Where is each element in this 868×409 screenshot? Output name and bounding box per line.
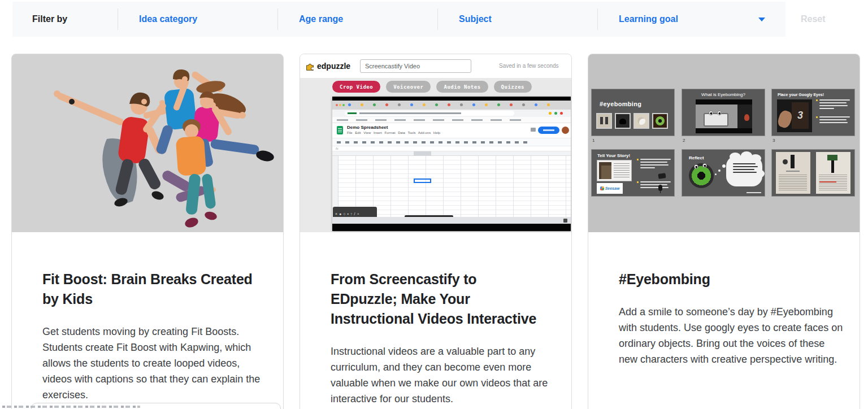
framed-screenshot	[597, 160, 632, 181]
mac-menubar	[332, 97, 571, 101]
browser-screenshot: Demo Spreadsheet File Edit View Insert F…	[332, 97, 571, 231]
url-text	[359, 112, 461, 114]
traffic-light-red	[336, 104, 338, 106]
googly-eye	[717, 111, 722, 115]
slide-thumbnail-1: #eyebombing	[591, 89, 675, 136]
googly-eye	[702, 163, 707, 168]
filter-label: Age range	[299, 14, 343, 24]
thought-bubble	[726, 156, 762, 186]
filter-label: Learning goal	[619, 14, 678, 24]
traffic-light-green	[342, 104, 345, 106]
sheets-icon	[337, 126, 343, 134]
traffic-light-yellow	[339, 104, 341, 106]
edpuzzle-header: edpuzzle Screencastify Video Saved in a …	[300, 54, 571, 78]
slide-thumbnail-4: Tell Your Story! Seesaw	[591, 149, 675, 197]
slide-number: 3	[772, 138, 775, 143]
bookmarks-bar	[332, 117, 571, 123]
selected-cell	[414, 179, 431, 183]
slide-photo: 3	[777, 99, 812, 132]
formula-bar: fx	[332, 146, 571, 151]
gear-icon	[563, 219, 567, 223]
sheets-toolbar	[332, 138, 571, 146]
tab-favicons	[348, 103, 550, 106]
card-image-slides-grid: #eyebombing What is Eyebombing? Place yo…	[588, 54, 860, 232]
secure-badge	[348, 112, 357, 114]
video-frame	[696, 99, 752, 133]
edpuzzle-logo-text: edpuzzle	[317, 62, 350, 71]
camera-icon	[531, 128, 536, 132]
slide-thumbnail-6	[771, 149, 855, 197]
tab-voiceover: Voiceover	[386, 81, 431, 93]
microphone-icon	[658, 185, 662, 191]
kids-jumping-illustration	[12, 54, 283, 232]
card-description: Instructional videos are a valuable part…	[331, 343, 556, 407]
doodle-icon	[658, 173, 666, 179]
card-text: Fit Boost: Brain Breaks Created by Kids …	[12, 232, 283, 403]
tab-audio-notes: Audio Notes	[436, 81, 488, 93]
url-field	[345, 111, 514, 116]
document-page	[816, 152, 850, 194]
slide-photo-thumbs	[596, 113, 668, 129]
card-image-edpuzzle-screenshot: edpuzzle Screencastify Video Saved in a …	[300, 54, 571, 232]
slide-thumbnail-5: Reflect	[682, 149, 765, 197]
idea-card-fit-boost[interactable]: Fit Boost: Brain Breaks Created by Kids …	[11, 54, 284, 409]
slide-number: 2	[683, 138, 685, 143]
column-headers	[332, 151, 571, 156]
card-title: Fit Boost: Brain Breaks Created by Kids	[42, 269, 268, 309]
browser-url-bar	[332, 110, 571, 117]
tab-crop-video: Crop Video	[332, 81, 380, 93]
googly-eyed-object	[704, 113, 728, 127]
chevron-down-icon	[758, 18, 765, 21]
card-image-kids-jumping	[12, 54, 283, 232]
filter-by-label: Filter by	[12, 14, 118, 24]
filter-label: Subject	[459, 14, 492, 24]
sheets-menus: File Edit View Insert Format Data Tools …	[347, 131, 440, 134]
phone-with-number: 3	[792, 102, 809, 129]
edpuzzle-logo-icon	[305, 62, 315, 71]
sheet-title: Demo Spreadsheet	[347, 125, 388, 130]
googly-eye	[709, 111, 713, 115]
idea-card-screencastify-edpuzzle[interactable]: edpuzzle Screencastify Video Saved in a …	[300, 54, 572, 409]
bottom-black-bar	[332, 224, 571, 231]
avatar	[562, 127, 569, 134]
googly-eyed-donut	[689, 163, 714, 188]
video-title-field: Screencastify Video	[360, 59, 471, 73]
sheets-header: Demo Spreadsheet File Edit View Insert F…	[332, 123, 571, 138]
slide-number: 1	[592, 138, 594, 143]
sheets-footer	[332, 217, 571, 224]
card-title: #Eyebombing	[619, 269, 844, 289]
idea-card-eyebombing[interactable]: #eyebombing What is Eyebombing? Place yo…	[588, 54, 860, 409]
tab-quizzes: Quizzes	[494, 81, 532, 93]
slide-thumbnail-3: Place your Googly Eyes! 3	[771, 89, 855, 136]
saved-status-text: Saved in a few seconds	[499, 63, 559, 69]
seesaw-logo: Seesaw	[597, 183, 623, 194]
share-button-pictured	[538, 127, 559, 134]
highlighted-column	[414, 151, 431, 156]
browser-tab-strip	[332, 101, 571, 110]
card-description: Add a smile to someone’s day by #Eyebomb…	[619, 304, 844, 367]
googly-eye	[694, 164, 698, 169]
document-page	[776, 152, 810, 194]
card-title: From Screencastify to EDpuzzle; Make You…	[331, 269, 556, 329]
filter-subject[interactable]: Subject	[437, 8, 597, 30]
card-text: From Screencastify to EDpuzzle; Make You…	[300, 232, 571, 407]
reset-button[interactable]: Reset	[801, 2, 826, 37]
card-text: #Eyebombing Add a smile to someone’s day…	[588, 232, 860, 367]
filter-learning-goal[interactable]: Learning goal	[597, 8, 785, 30]
filter-bar: Filter by Idea category Age range Subjec…	[12, 2, 785, 37]
filter-age-range[interactable]: Age range	[277, 8, 437, 30]
filter-label: Idea category	[139, 14, 197, 24]
card-description: Get students moving by creating Fit Boos…	[42, 324, 268, 403]
status-text-fragment	[2, 406, 140, 408]
idea-cards-row: Fit Boost: Brain Breaks Created by Kids …	[11, 54, 860, 409]
edpuzzle-tabs: Crop Video Voiceover Audio Notes Quizzes	[332, 81, 532, 93]
slide-thumbnail-2: What is Eyebombing?	[682, 89, 765, 136]
filter-idea-category[interactable]: Idea category	[118, 8, 277, 30]
